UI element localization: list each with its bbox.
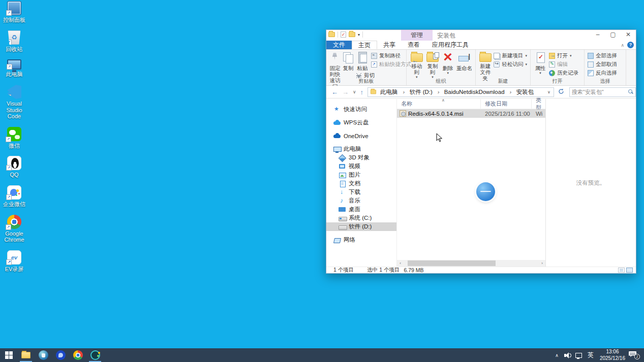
- sidebar-item[interactable]: 系统 (C:): [326, 214, 396, 222]
- desktop-icon-glyph: [7, 85, 21, 99]
- desktop-icon[interactable]: EV录屏: [0, 250, 28, 273]
- copy-button[interactable]: 复制: [342, 51, 355, 71]
- desktop-icon[interactable]: 企业微信: [0, 185, 28, 208]
- back-button[interactable]: ←: [331, 88, 338, 96]
- copy-path-button[interactable]: 复制路径: [370, 52, 412, 59]
- details-view-icon[interactable]: [618, 268, 625, 273]
- tab-file[interactable]: 文件: [326, 41, 352, 49]
- delete-button[interactable]: 删除▾: [441, 51, 455, 75]
- selected-size: 6.79 MB: [404, 267, 423, 273]
- browser-app-icon: [39, 350, 48, 360]
- tab-home[interactable]: 主页: [352, 41, 377, 49]
- sidebar-item-icon: [339, 172, 346, 179]
- ime-indicator[interactable]: 英: [585, 351, 596, 359]
- select-none-button[interactable]: 全部取消: [587, 61, 618, 68]
- close-button[interactable]: ✕: [621, 30, 636, 40]
- open-button[interactable]: 打开▾: [548, 52, 579, 59]
- properties-button[interactable]: 属性▾: [533, 51, 548, 75]
- history-button[interactable]: 历史记录: [548, 70, 579, 77]
- copy-to-button[interactable]: 复制到▾: [424, 51, 440, 79]
- sidebar-item[interactable]: 3D 对象: [326, 153, 396, 162]
- sidebar-item[interactable]: 音乐: [326, 196, 396, 205]
- new-item-button[interactable]: 新建项目▾: [493, 52, 528, 59]
- new-folder-quick-icon[interactable]: [349, 32, 355, 37]
- invert-selection-button[interactable]: 反向选择: [587, 70, 618, 77]
- rename-button[interactable]: 重命名: [455, 51, 473, 71]
- scroll-right-arrow-icon[interactable]: ›: [539, 260, 545, 267]
- desktop-icon[interactable]: 控制面板: [0, 1, 28, 23]
- explorer-window: ✓ ▾ 管理 安装包 – ▢ ✕ 文件 主页 共享 查看 应用程序工具 ∧ ? …: [326, 29, 636, 274]
- desktop-icon[interactable]: 此电脑: [0, 59, 28, 78]
- file-row-selected[interactable]: Redis-x64-5.0.14.msi 2025/12/16 11:00 Wi: [397, 109, 545, 118]
- rename-icon: [457, 52, 471, 64]
- sidebar-item[interactable]: 文档: [326, 179, 396, 188]
- sidebar-item[interactable]: 桌面: [326, 205, 396, 214]
- minimize-button[interactable]: –: [590, 30, 605, 40]
- sidebar-item[interactable]: 网络: [326, 236, 396, 244]
- desktop-icon-label: 回收站: [0, 46, 28, 53]
- help-icon[interactable]: ?: [627, 42, 634, 48]
- desktop-icon[interactable]: QQ: [0, 156, 28, 178]
- taskbar-blue-app[interactable]: [52, 348, 69, 362]
- horizontal-scrollbar[interactable]: ‹ ›: [397, 260, 545, 267]
- taskbar-chrome[interactable]: [69, 348, 86, 362]
- easy-access-button[interactable]: 轻松访问▾: [493, 61, 528, 68]
- sidebar-item-label: 下载: [349, 188, 360, 196]
- tab-view[interactable]: 查看: [402, 41, 426, 49]
- desktop-icon[interactable]: 微信: [0, 127, 28, 149]
- refresh-button[interactable]: [554, 88, 568, 96]
- sidebar-item[interactable]: 快速访问: [326, 105, 396, 114]
- search-box[interactable]: 搜索"安装包": [569, 87, 636, 97]
- desktop-icon[interactable]: Google Chrome: [0, 215, 28, 243]
- select-all-button[interactable]: 全部选择: [587, 52, 618, 59]
- tray-expand-chevron-icon[interactable]: ∧: [552, 353, 562, 358]
- volume-icon[interactable]: [563, 352, 572, 359]
- taskbar-browser-app[interactable]: [35, 348, 52, 362]
- file-list-pane: ∧ 名称 修改日期 类型 Redis-x64-5.0.14.msi 2025/1…: [396, 99, 545, 267]
- breadcrumb-item[interactable]: BaiduNetdiskDownload: [435, 89, 507, 95]
- sidebar-item[interactable]: OneDrive: [326, 131, 396, 140]
- large-icons-view-icon[interactable]: [626, 268, 633, 273]
- forward-button[interactable]: →: [342, 88, 349, 96]
- breadcrumb-item[interactable]: 软件 (D:): [401, 88, 435, 96]
- column-header-date[interactable]: 修改日期: [481, 99, 532, 109]
- sidebar-item[interactable]: 软件 (D:): [326, 222, 396, 231]
- scroll-left-arrow-icon[interactable]: ‹: [397, 260, 404, 267]
- tab-share[interactable]: 共享: [377, 41, 402, 49]
- up-button[interactable]: ↑: [360, 88, 364, 96]
- sidebar-item[interactable]: 此电脑: [326, 145, 396, 153]
- title-bar[interactable]: ✓ ▾ 管理 安装包 – ▢ ✕: [326, 30, 636, 41]
- collapse-ribbon-icon[interactable]: ∧: [621, 43, 624, 48]
- action-center-button[interactable]: 2: [629, 351, 640, 359]
- customize-qat-caret-icon[interactable]: ▾: [358, 32, 360, 37]
- new-folder-button[interactable]: 新建文件夹: [478, 51, 493, 81]
- taskbar-wecom-app[interactable]: [86, 348, 104, 362]
- desktop-icon[interactable]: 回收站: [0, 30, 28, 53]
- sidebar-item-label: 音乐: [349, 197, 360, 205]
- column-header-name[interactable]: 名称: [397, 99, 481, 109]
- start-button[interactable]: [0, 348, 17, 362]
- scrollbar-thumb[interactable]: [408, 260, 496, 266]
- address-bar[interactable]: 此电脑 软件 (D:) BaiduNetdiskDownload 安装包 ∨: [367, 87, 554, 97]
- properties-quick-icon[interactable]: ✓: [341, 31, 346, 38]
- sidebar-item[interactable]: WPS云盘: [326, 118, 396, 127]
- desktop-icon[interactable]: Visual Studio Code: [0, 85, 28, 120]
- network-icon[interactable]: [575, 352, 584, 359]
- maximize-button[interactable]: ▢: [605, 30, 621, 40]
- edit-button[interactable]: 编辑: [548, 61, 579, 68]
- sidebar-item[interactable]: 下载: [326, 188, 396, 196]
- paste-shortcut-button[interactable]: 粘贴快捷方式: [370, 61, 412, 68]
- column-header-type[interactable]: 类型: [532, 99, 545, 109]
- address-dropdown-caret-icon[interactable]: ∨: [545, 90, 553, 94]
- paste-button[interactable]: 粘贴 剪切: [355, 51, 370, 79]
- recent-locations-caret-icon[interactable]: ∨: [353, 89, 356, 94]
- breadcrumb-item[interactable]: 此电脑: [378, 88, 401, 96]
- scrollbar-track[interactable]: [404, 260, 539, 267]
- floating-ball-overlay[interactable]: [476, 182, 495, 201]
- breadcrumb-item[interactable]: 安装包: [507, 88, 536, 96]
- taskbar-clock[interactable]: 13:06 2025/12/16: [596, 349, 629, 361]
- sidebar-item[interactable]: 视频: [326, 162, 396, 171]
- taskbar-file-explorer[interactable]: [17, 348, 35, 362]
- sidebar-item[interactable]: 图片: [326, 171, 396, 179]
- move-to-button[interactable]: ← 移动到▾: [409, 51, 424, 79]
